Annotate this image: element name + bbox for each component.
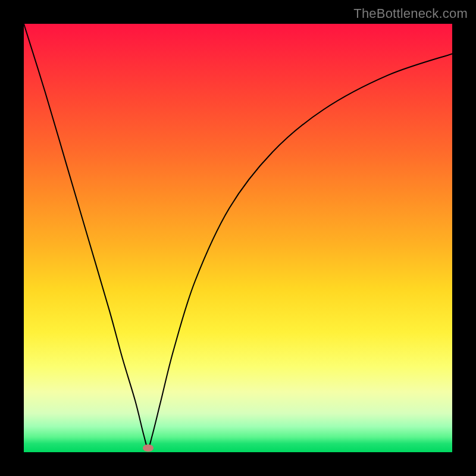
curve-svg xyxy=(24,24,452,452)
curve-path xyxy=(24,24,452,448)
chart-frame: TheBottleneck.com xyxy=(0,0,476,476)
plot-area xyxy=(24,24,452,452)
min-marker xyxy=(143,444,154,452)
watermark-text: TheBottleneck.com xyxy=(353,6,468,21)
